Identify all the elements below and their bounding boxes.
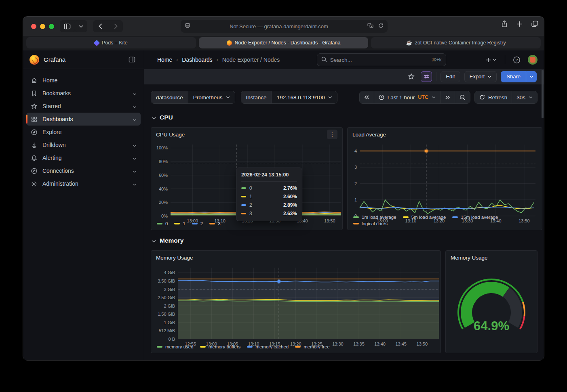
share-page-icon[interactable] <box>501 20 508 29</box>
legend-item[interactable]: memory buffers <box>200 344 241 349</box>
breadcrumb: Home › Dashboards › Node Exporter / Node… <box>157 57 280 63</box>
legend-item[interactable]: memory free <box>295 344 330 349</box>
load-average-chart[interactable]: 0123413:0013:1013:2013:3013:4013:50 <box>348 141 542 214</box>
minimize-window-button[interactable] <box>40 24 45 29</box>
dynamic-dashboard-toggle-icon[interactable] <box>421 71 432 82</box>
sidebar-chevron-icon[interactable] <box>75 20 87 32</box>
breadcrumb-dashboards[interactable]: Dashboards <box>182 57 213 63</box>
brand-name: Grafana <box>44 56 126 63</box>
tab-grafana-active[interactable]: Node Exporter / Nodes - Dashboards - Gra… <box>199 37 369 48</box>
bookmark-icon <box>30 90 38 97</box>
instance-select[interactable]: 192.168.0.113:9100 <box>272 91 337 103</box>
sidebar-item-label: Dashboards <box>42 116 128 122</box>
sidebar-item-connections[interactable]: Connections <box>26 164 141 177</box>
sidebar-item-bookmarks[interactable]: Bookmarks <box>26 87 141 100</box>
zoom-window-button[interactable] <box>49 24 54 29</box>
browser-sidebar-toggle-icon[interactable] <box>60 20 75 32</box>
tab-zot-registry[interactable]: ☕ zot OCI-native Container Image Registr… <box>371 37 541 48</box>
section-disk[interactable]: Disk <box>152 359 537 361</box>
sidebar-item-explore[interactable]: Explore <box>26 126 141 138</box>
legend-item[interactable]: 5m load average <box>403 215 446 220</box>
window-controls <box>31 24 54 29</box>
grafana-sidebar: Grafana HomeBookmarksStarredDashboardsEx… <box>23 50 144 361</box>
sidebar-item-drilldown[interactable]: Drilldown <box>26 138 141 151</box>
svg-text:4: 4 <box>354 149 357 153</box>
legend-item[interactable]: 3 <box>209 221 220 226</box>
tab-pods-kite[interactable]: Pods – Kite <box>26 37 196 48</box>
legend-item[interactable]: 1m load average <box>353 215 396 220</box>
forward-button[interactable] <box>108 20 123 32</box>
chevron-down-icon <box>133 90 137 96</box>
legend-item[interactable]: 15m load average <box>452 215 498 220</box>
time-range-picker[interactable]: Last 1 hour UTC <box>374 91 441 103</box>
clock-icon <box>379 94 384 100</box>
refresh-interval-select[interactable]: 30s <box>512 91 537 103</box>
new-tab-icon[interactable] <box>516 21 523 29</box>
user-avatar[interactable] <box>528 55 537 65</box>
tab-overview-icon[interactable] <box>531 21 538 29</box>
apps-icon <box>30 116 38 123</box>
add-new-button[interactable] <box>483 55 499 65</box>
browser-nav <box>93 20 123 32</box>
search-input[interactable]: Search... ⌘+k <box>317 53 446 66</box>
collapse-sidebar-icon[interactable] <box>126 55 137 65</box>
svg-text:2: 2 <box>354 181 357 186</box>
refresh-controls: Refresh 30s <box>474 91 537 104</box>
breadcrumb-home[interactable]: Home <box>157 57 172 63</box>
panel-menu-icon[interactable]: ⋮ <box>327 130 337 139</box>
legend-item[interactable]: memory used <box>157 344 194 349</box>
sidebar-item-dashboards[interactable]: Dashboards <box>26 113 141 126</box>
section-memory[interactable]: Memory <box>152 236 537 245</box>
svg-text:100%: 100% <box>156 145 168 150</box>
help-icon[interactable]: ? <box>511 55 522 65</box>
time-shift-back-button[interactable] <box>360 91 374 103</box>
sidebar-item-alerting[interactable]: Alerting <box>26 151 141 164</box>
share-button[interactable]: Share <box>501 71 526 82</box>
grafana-logo-icon[interactable] <box>30 55 39 65</box>
timezone-badge: UTC <box>418 94 428 100</box>
datasource-select[interactable]: Prometheus <box>188 91 235 103</box>
sidebar-item-label: Explore <box>42 129 137 135</box>
svg-text:80%: 80% <box>159 159 168 164</box>
legend-item[interactable]: memory cached <box>247 344 289 349</box>
memory-gauge[interactable]: 64.9% <box>446 264 537 353</box>
page-settings-icon[interactable] <box>185 23 190 30</box>
svg-text:3: 3 <box>354 165 357 170</box>
reload-icon[interactable] <box>378 23 384 29</box>
svg-text:2.50 GiB: 2.50 GiB <box>158 295 175 300</box>
sidebar-item-label: Starred <box>42 103 128 109</box>
panel-title: Load Average <box>352 132 386 138</box>
back-button[interactable] <box>93 20 107 32</box>
star-dashboard-icon[interactable] <box>405 71 417 82</box>
edit-button[interactable]: Edit <box>441 71 460 82</box>
kite-icon <box>94 40 100 46</box>
sidebar-item-label: Home <box>42 77 137 84</box>
sidebar-menu: HomeBookmarksStarredDashboardsExploreDri… <box>23 69 144 195</box>
svg-text:0 B: 0 B <box>168 337 175 342</box>
svg-text:3.50 GiB: 3.50 GiB <box>158 279 175 283</box>
translate-icon[interactable]: ★ <box>367 23 373 29</box>
datasource-variable: datasource Prometheus <box>151 91 235 104</box>
sidebar-item-starred[interactable]: Starred <box>26 100 141 113</box>
zoom-out-icon <box>460 94 466 101</box>
chevron-down-icon <box>226 96 230 99</box>
address-bar[interactable]: Not Secure — grafana.damingerdaint.com ★ <box>181 20 388 33</box>
export-button[interactable]: Export <box>464 71 497 82</box>
chart-tooltip: 2026-02-24 13:15:00 02.76%12.60%22.89%32… <box>236 168 302 221</box>
share-menu-button[interactable] <box>526 71 537 82</box>
memory-usage-chart[interactable]: 0 B512 MiB1 GiB1.50 GiB2 GiB2.50 GiB3 Gi… <box>151 264 441 343</box>
close-window-button[interactable] <box>31 24 36 29</box>
legend-item[interactable]: 2 <box>192 221 203 226</box>
scrollbar-thumb[interactable] <box>542 70 544 118</box>
legend-item[interactable]: 0 <box>157 221 168 226</box>
time-shift-forward-button[interactable] <box>441 91 455 103</box>
zoom-out-time-button[interactable] <box>455 91 470 103</box>
sidebar-item-administration[interactable]: Administration <box>26 177 141 190</box>
sidebar-item-home[interactable]: Home <box>26 74 141 87</box>
legend-item[interactable]: 1 <box>174 221 185 226</box>
tooltip-timestamp: 2026-02-24 13:15:00 <box>241 172 297 182</box>
section-cpu[interactable]: CPU <box>152 113 537 122</box>
legend-item[interactable]: logical cores <box>353 221 388 226</box>
refresh-button[interactable]: Refresh <box>475 91 512 103</box>
panel-memory-gauge: Memory Usage 64.9% <box>445 250 537 353</box>
